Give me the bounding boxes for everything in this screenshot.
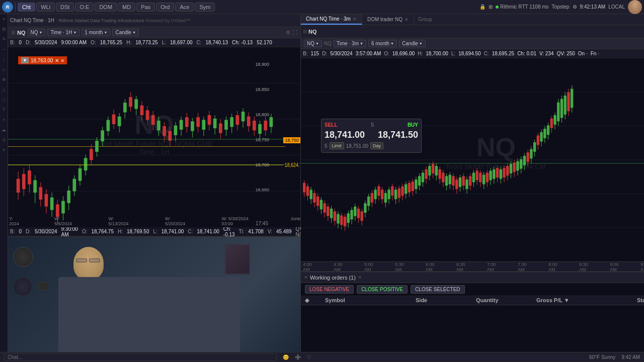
sidebar-icon-9[interactable]: □ xyxy=(1,97,7,103)
sidebar-icon-13[interactable]: ⊙ xyxy=(1,137,7,143)
panel-close-2[interactable]: ✕ xyxy=(358,275,362,280)
toolbar-btn-wli[interactable]: WLi xyxy=(36,3,55,12)
webcam-feed xyxy=(8,237,300,362)
toolbar-btn-md[interactable]: MD xyxy=(118,3,135,12)
right-symbol-dropdown[interactable]: NQ xyxy=(304,40,322,47)
left-symbol-dropdown[interactable]: NQ xyxy=(28,29,46,36)
toolbar-btn-ord[interactable]: Ord xyxy=(156,3,174,12)
svg-rect-131 xyxy=(347,213,350,223)
right-price-row: B: 115 D: 5/30/2024 3:57:00 AM O: 18,696… xyxy=(301,49,644,58)
left-price-row: B: 0 D: 5/30/2024 9:00:00 AM O: 18,765.2… xyxy=(8,38,300,47)
close-positive-btn[interactable]: CLOSE POSITIVE xyxy=(357,285,408,294)
tab-close-1[interactable]: ✕ xyxy=(353,17,357,22)
chat-input[interactable] xyxy=(4,353,277,361)
sidebar-icon-5[interactable]: ↕ xyxy=(1,56,7,62)
svg-rect-81 xyxy=(230,117,233,127)
toolbar-btn-oe[interactable]: O:E xyxy=(75,3,94,12)
svg-rect-229 xyxy=(513,162,516,172)
ta-0: 4:00 AM xyxy=(303,262,318,272)
sidebar-icon-14[interactable]: ≡ xyxy=(1,147,7,153)
limit-btn[interactable]: Limit xyxy=(330,142,344,149)
toolbar-btn-dom[interactable]: DOM xyxy=(95,3,117,12)
rithmic-label: Rithmic xyxy=(500,4,517,10)
sidebar-icon-10[interactable]: T xyxy=(1,107,7,113)
add-icon[interactable]: ➕ xyxy=(295,354,301,360)
sidebar-icon-6[interactable]: ◇ xyxy=(1,66,7,72)
svg-rect-255 xyxy=(557,103,559,122)
left-candle-chart[interactable]: 18,624.75 xyxy=(8,47,300,227)
right-period-dropdown[interactable]: 6 month xyxy=(368,40,397,47)
svg-rect-143 xyxy=(367,197,370,206)
svg-rect-85 xyxy=(242,112,245,121)
chart-settings-icon[interactable]: ⚙ xyxy=(286,30,290,35)
toolbar-btn-sym[interactable]: Sym xyxy=(195,3,215,12)
sidebar-icon-12[interactable]: ☁ xyxy=(1,127,7,133)
svg-rect-83 xyxy=(236,115,239,125)
svg-rect-163 xyxy=(401,187,404,196)
toolbar-btn-ace[interactable]: Ace xyxy=(175,3,194,12)
right-candle-chart[interactable] xyxy=(301,58,644,261)
lose-negative-btn[interactable]: LOSE NEGATIVE xyxy=(305,285,354,294)
low-label: L: xyxy=(162,40,166,45)
sidebar-icon-4[interactable]: ↔ xyxy=(1,46,7,52)
svg-rect-147 xyxy=(374,190,376,199)
filter-icon[interactable]: ▼ xyxy=(564,297,570,303)
chat-status-bar: 😊 ➕ ♡ 60°F Sunny 9:42 AM xyxy=(0,352,644,362)
svg-rect-135 xyxy=(354,207,356,216)
left-charttype-dropdown[interactable]: Candle xyxy=(112,29,139,36)
low-val: 18,697.00 xyxy=(170,40,193,45)
order-prices-row: 18,741.00 18,741.50 xyxy=(325,130,418,140)
close-selected-btn[interactable]: CLOSE SELECTED xyxy=(411,285,464,294)
pct-val: 52.170 xyxy=(257,40,272,45)
open-label: O: xyxy=(91,40,96,45)
chart-fullscreen-icon[interactable]: ⛶ xyxy=(292,30,297,35)
close-val: 18,740.13 xyxy=(206,40,228,45)
left-period-dropdown[interactable]: 1 month xyxy=(82,29,110,36)
top-toolbar: R Cht WLi DSt O:E DOM MD Pas Ord Ace Sym… xyxy=(0,0,644,14)
toolbar-btn-cht[interactable]: Cht xyxy=(18,3,35,12)
svg-rect-127 xyxy=(340,215,343,225)
svg-rect-69 xyxy=(196,117,200,127)
tab-chart-nq-3m[interactable]: Chart NQ Time · 3m ✕ xyxy=(301,14,362,25)
sidebar-icon-3[interactable]: ✎ xyxy=(1,36,7,42)
right-charttype-dropdown[interactable]: Candle xyxy=(399,40,426,47)
settings-icon[interactable]: ⚙ xyxy=(573,4,577,10)
svg-rect-123 xyxy=(334,211,336,221)
toolbar-btn-pas[interactable]: Pas xyxy=(136,3,155,12)
svg-rect-137 xyxy=(357,209,360,218)
sidebar-icon-2[interactable]: ⊞ xyxy=(1,26,7,32)
svg-rect-9 xyxy=(28,170,31,185)
col-state: State xyxy=(637,297,644,304)
sidebar-icon-1[interactable]: ≡ xyxy=(1,16,7,22)
sidebar-icon-7[interactable]: ⊕ xyxy=(1,76,7,82)
panel-close-x[interactable]: ✕ xyxy=(304,275,308,280)
svg-rect-251 xyxy=(550,119,553,128)
svg-rect-119 xyxy=(327,207,329,216)
tab-dom-trader[interactable]: DOM trader NQ ✕ xyxy=(362,14,414,25)
app-logo[interactable]: R xyxy=(2,2,13,13)
sidebar-icon-11[interactable]: ⌖ xyxy=(1,117,7,123)
heart-icon[interactable]: ♡ xyxy=(307,354,311,360)
right-timeframe-dropdown[interactable]: Time · 3m xyxy=(334,40,366,47)
left-timeframe-dropdown[interactable]: Time · 1H xyxy=(47,29,79,36)
tab-chart-nq-3m-label: Chart NQ Time · 3m xyxy=(306,16,351,22)
svg-rect-109 xyxy=(310,190,312,199)
sidebar-icon-8[interactable]: △ xyxy=(1,86,7,93)
right-chart-area[interactable]: NQ Front Month Future · NQM4.CM Time · 3… xyxy=(301,58,644,261)
svg-rect-61 xyxy=(174,126,178,135)
toolbar-btn-dst[interactable]: DSt xyxy=(56,3,74,12)
emoji-icon[interactable]: 😊 xyxy=(283,354,289,360)
svg-rect-121 xyxy=(330,209,333,218)
wall-decor-1 xyxy=(13,247,33,267)
day-btn[interactable]: Day xyxy=(370,142,383,149)
order-controls: 5 Limit 18,751.00 Day xyxy=(325,142,418,149)
left-chart-area[interactable]: NQ Front Month Future NQ · NQM4.CME Time… xyxy=(8,47,300,227)
tab-close-2[interactable]: ✕ xyxy=(405,17,409,22)
svg-rect-259 xyxy=(564,96,567,115)
svg-rect-51 xyxy=(146,110,149,120)
user-avatar[interactable] xyxy=(628,0,642,14)
svg-rect-245 xyxy=(540,132,542,142)
svg-rect-55 xyxy=(157,121,160,130)
ta-9: 8:30 AM xyxy=(579,262,595,272)
svg-rect-57 xyxy=(163,126,166,136)
